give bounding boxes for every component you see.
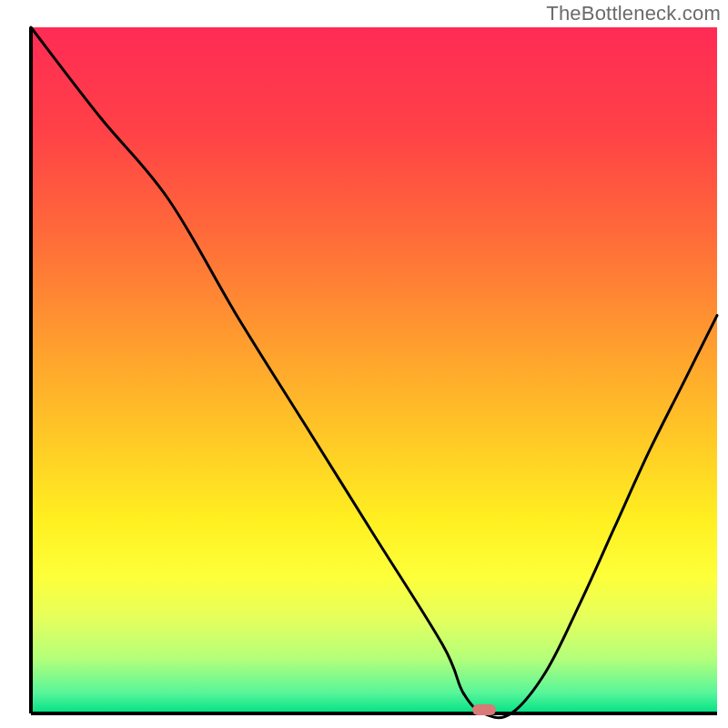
watermark-text: TheBottleneck.com xyxy=(546,2,721,25)
optimum-marker xyxy=(472,704,496,715)
bottleneck-chart: TheBottleneck.com xyxy=(0,0,728,728)
plot-background xyxy=(31,27,717,713)
chart-svg xyxy=(0,0,728,728)
